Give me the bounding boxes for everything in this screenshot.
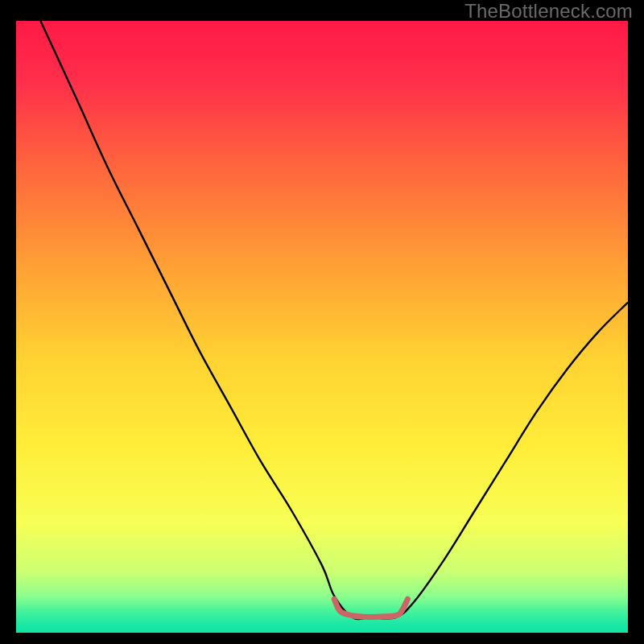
bottleneck-chart [16, 21, 628, 633]
chart-frame: TheBottleneck.com [0, 0, 644, 644]
gradient-background [16, 21, 628, 633]
plot-area [16, 21, 628, 633]
watermark-text: TheBottleneck.com [464, 0, 633, 23]
